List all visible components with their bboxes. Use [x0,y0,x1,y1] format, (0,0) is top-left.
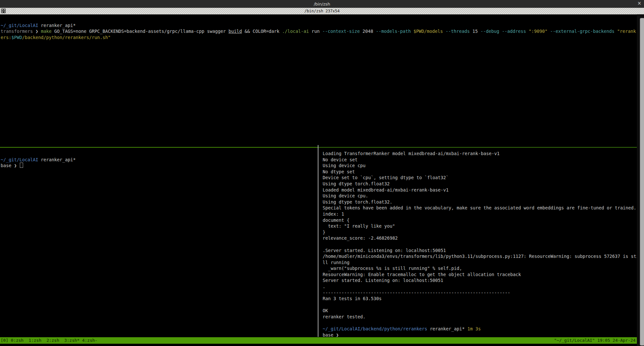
terminal-text: $PWD/models [413,29,443,34]
terminal-text: _warn("subprocess %s is still running" %… [323,266,462,271]
terminal-text: GO_TAGS=none GRPC_BACKENDS=backend-asset… [52,29,229,34]
terminal-text: reranker_api* [427,326,467,331]
terminal-line: ll running [323,260,637,266]
pane-divider-horizontal[interactable] [318,147,637,148]
terminal-text: transformers [1,29,33,34]
window-grid-menu-icon[interactable] [1,8,6,14]
terminal-line: Server started. Listening on: localhost:… [323,277,637,284]
terminal-text: reranker_api* [38,23,75,28]
terminal-line: ers:$PWD/backend/python/rerankers/run.sh… [1,34,637,41]
terminal-text: relevance_score: -2.46826982 [323,235,398,241]
terminal-text: 15 [470,29,480,34]
tmux-status-right: "~/_git/LocalAI" 19:05 24-Apr-24 [554,337,637,344]
terminal-line: Loaded model mixedbread-ai/mxbai-rerank-… [323,187,637,193]
terminal-text: Device set to `cpu`, setting dtype to `f… [323,175,449,180]
terminal-text: 2048 [360,29,376,34]
terminal-text: ----------------------------------------… [323,290,510,295]
terminal-line: document { [323,217,637,223]
terminal-text: ResourceWarning: Enable tracemalloc to g… [323,272,521,277]
terminal-text: Loaded model mixedbread-ai/mxbai-rerank-… [323,187,449,193]
terminal-line: Special tokens have been added in the vo… [323,205,637,211]
terminal-text [614,29,617,34]
terminal-line: No dtype set [323,169,637,175]
terminal-line [323,320,637,326]
terminal-text: $PWD [11,35,22,40]
terminal-text: base ❯ [323,332,339,338]
terminal-line: . [323,284,637,290]
terminal-text: No device set [323,157,357,162]
terminal-line: Device set to `cpu`, setting dtype to `f… [323,175,637,181]
terminal-line [323,302,637,308]
tab-bar[interactable]: /bin/zsh 237x54 [0,8,644,15]
terminal-text: No dtype set [323,169,355,174]
terminal-text: --context-size [322,29,360,34]
terminal-text: Using device cpu. [323,193,368,198]
terminal-line: ~/_git/LocalAI reranker_api* [1,22,637,29]
terminal-line: ResourceWarning: Enable tracemalloc to g… [323,272,637,278]
terminal-text: "rerank [617,29,636,34]
tab-label: /bin/zsh 237x54 [304,9,340,13]
terminal-text: ":9090" [529,29,548,34]
terminal-line: Ran 3 tests in 63.530s [323,296,637,302]
pane-divider-horizontal-active[interactable] [0,147,318,148]
terminal-line: _warn("subprocess %s is still running" %… [323,265,637,272]
window-titlebar[interactable]: /bin/zsh × [0,0,644,8]
terminal-text: index: 1 [323,211,344,217]
terminal-text: /home/mudler/miniconda3/envs/transformer… [323,254,639,259]
terminal-pane-bottom-right[interactable]: Loading TransformerRanker model mixedbre… [323,151,637,338]
scrollbar-track[interactable] [637,14,644,346]
terminal-text: document { [323,218,349,223]
terminal-text: build [229,29,242,34]
terminal-text: /backend/python/rerankers/run.sh" [22,35,111,40]
terminal-text: Using device cpu [323,163,366,168]
terminal-text: base ❯ [1,163,20,168]
terminal-line: transformers ❯ make GO_TAGS=none GRPC_BA… [1,28,637,34]
terminal-line: No device set [323,157,637,163]
terminal-text [499,29,502,34]
close-icon[interactable]: × [637,0,641,6]
terminal-text: --address [502,29,526,34]
terminal-text: && COLOR=dark [242,29,282,34]
terminal-text: Loading TransformerRanker model mixedbre… [323,151,500,156]
terminal-pane-top[interactable]: ~/_git/LocalAI reranker_api*transformers… [1,16,637,40]
terminal-line: ~/_git/LocalAI/backend/python/rerankers … [323,326,637,332]
terminal-text: make [41,29,52,34]
terminal-text: Ran 3 tests in 63.530s [323,296,382,301]
terminal-line: text: "I really like you" [323,223,637,229]
terminal-text: OK [323,308,328,313]
terminal-text [38,29,41,34]
terminal-line: Using dtype torch.float32. [323,199,637,205]
terminal-line: Using device cpu. [323,193,637,199]
terminal-line: ~/_git/LocalAI reranker_api* [1,157,316,163]
terminal-text: .Server started. Listening on: localhost… [323,248,446,253]
terminal-text: ll running [323,260,349,265]
terminal-line: relevance_score: -2.46826982 [323,235,637,241]
tmux-window-list[interactable]: [0] 0:zsh 1:zsh 2:zsh 3:zsh* 4:zsh- [0,337,97,344]
scrollbar-thumb[interactable] [640,18,644,346]
terminal-text: ~/_git/LocalAI/backend/python/rerankers [323,326,427,331]
terminal-text: 1m 3s [467,326,481,331]
terminal-text [443,29,446,34]
terminal-text: ~/_git/LocalAI [1,157,38,162]
terminal-line: } [323,229,637,235]
terminal-text: --threads [446,29,470,34]
terminal-line: /home/mudler/miniconda3/envs/transformer… [323,253,637,260]
pane-divider-vertical[interactable] [318,145,318,337]
terminal-line: Loading TransformerRanker model mixedbre… [323,151,637,157]
terminal-text: reranker_api* [38,157,75,162]
terminal-line: .Server started. Listening on: localhost… [323,247,637,254]
terminal-text [33,29,35,34]
terminal-text: Server started. Listening on: localhost:… [323,278,443,283]
terminal-line: Using device cpu [323,163,637,169]
terminal-text: --external-grpc-backends [550,29,614,34]
terminal-text: ers: [1,35,11,40]
terminal-pane-bottom-left[interactable]: ~/_git/LocalAI reranker_api*base ❯ [1,151,316,169]
window-title: /bin/zsh [314,2,330,7]
terminal-text: Using dtype torch.float32 [323,181,390,186]
terminal-text: ./local-ai [282,29,309,34]
terminal-line [1,16,637,22]
terminal-line [1,151,316,157]
terminal-cursor [20,163,23,168]
terminal-line: OK [323,308,637,314]
terminal-text: ~/_git/LocalAI [1,23,38,28]
